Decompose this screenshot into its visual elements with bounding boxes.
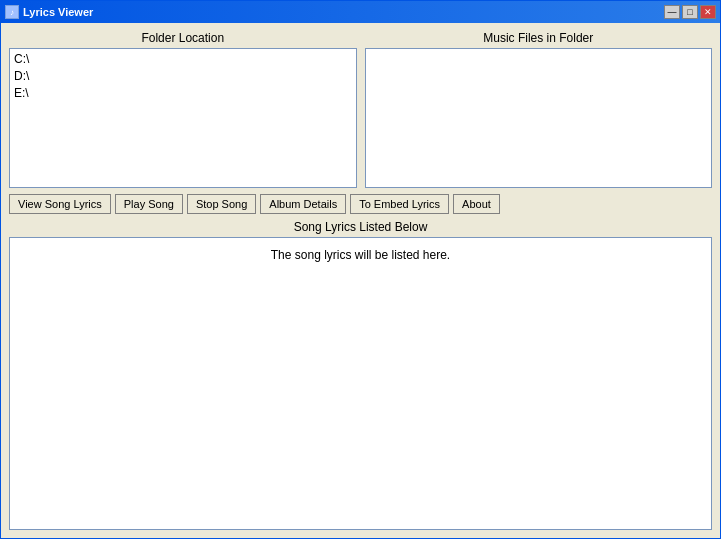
main-window: ♪ Lyrics Viewer — □ ✕ Folder Location C:… [0, 0, 721, 539]
lyrics-placeholder: The song lyrics will be listed here. [271, 248, 450, 262]
title-bar-buttons: — □ ✕ [664, 5, 716, 19]
list-item: E:\ [14, 85, 352, 102]
play-song-button[interactable]: Play Song [115, 194, 183, 214]
app-icon: ♪ [5, 5, 19, 19]
lyrics-display: The song lyrics will be listed here. [9, 237, 712, 530]
embed-lyrics-button[interactable]: To Embed Lyrics [350, 194, 449, 214]
folder-panel: Folder Location C:\ D:\ E:\ [9, 31, 357, 188]
music-panel: Music Files in Folder [365, 31, 713, 188]
album-details-button[interactable]: Album Details [260, 194, 346, 214]
minimize-button[interactable]: — [664, 5, 680, 19]
lyrics-section: Song Lyrics Listed Below The song lyrics… [9, 220, 712, 530]
folder-listbox[interactable]: C:\ D:\ E:\ [9, 48, 357, 188]
about-button[interactable]: About [453, 194, 500, 214]
music-panel-label: Music Files in Folder [365, 31, 713, 45]
content-area: Folder Location C:\ D:\ E:\ Music Files … [1, 23, 720, 538]
maximize-button[interactable]: □ [682, 5, 698, 19]
view-lyrics-button[interactable]: View Song Lyrics [9, 194, 111, 214]
list-item: C:\ [14, 51, 352, 68]
music-listbox[interactable] [365, 48, 713, 188]
stop-song-button[interactable]: Stop Song [187, 194, 256, 214]
close-button[interactable]: ✕ [700, 5, 716, 19]
title-bar: ♪ Lyrics Viewer — □ ✕ [1, 1, 720, 23]
top-section: Folder Location C:\ D:\ E:\ Music Files … [9, 31, 712, 188]
buttons-row: View Song Lyrics Play Song Stop Song Alb… [9, 194, 712, 214]
title-bar-left: ♪ Lyrics Viewer [5, 5, 93, 19]
list-item: D:\ [14, 68, 352, 85]
folder-panel-label: Folder Location [9, 31, 357, 45]
window-title: Lyrics Viewer [23, 6, 93, 18]
lyrics-section-label: Song Lyrics Listed Below [9, 220, 712, 234]
